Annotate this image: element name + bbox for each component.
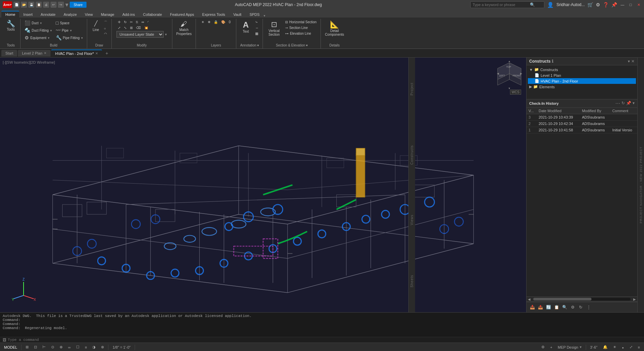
duct-button[interactable]: ⬛ Duct ▾ bbox=[23, 20, 53, 26]
tab-view[interactable]: View bbox=[81, 11, 97, 18]
checkin-btn5[interactable]: 🔍 bbox=[561, 304, 568, 311]
clean-screen[interactable]: ⤢ bbox=[628, 344, 634, 350]
duct-fitting-button[interactable]: 🔩 Duct Fitting ▾ bbox=[23, 27, 53, 34]
arc-button[interactable]: ◠ bbox=[103, 31, 109, 36]
command-input[interactable] bbox=[8, 338, 641, 342]
lineweight-toggle[interactable]: ≡ bbox=[83, 345, 88, 350]
ducs-toggle[interactable]: ☐ bbox=[75, 344, 81, 350]
hatch-btn[interactable]: ▦ bbox=[254, 31, 260, 36]
dimension-btn[interactable]: ↔ bbox=[254, 25, 260, 30]
vertical-section-button[interactable]: ⊡ VerticalSection bbox=[266, 20, 282, 37]
checkin-btn7[interactable]: ↻ bbox=[577, 304, 584, 311]
checkin-btn8[interactable]: ⋮ bbox=[585, 304, 592, 311]
tab-featured[interactable]: Featured Apps bbox=[166, 11, 198, 18]
store-icon[interactable]: 🛒 bbox=[587, 2, 593, 7]
gear-settings[interactable]: ⚙ bbox=[540, 344, 546, 350]
tab-manage[interactable]: Manage bbox=[97, 11, 118, 18]
tab-level2plan-close[interactable]: ✕ bbox=[44, 51, 46, 55]
erase-button[interactable]: ⌫ bbox=[135, 25, 142, 30]
scroll-right-arrow[interactable]: ▶ bbox=[632, 297, 637, 301]
maximize-button[interactable]: □ bbox=[628, 2, 633, 7]
tab-spds[interactable]: SPDS bbox=[245, 11, 264, 18]
checkin-btn3[interactable]: 🔄 bbox=[545, 304, 552, 311]
panel-collapse-btn[interactable]: ▾ bbox=[628, 59, 630, 64]
fillet-button[interactable]: ◜ bbox=[146, 20, 150, 25]
sheets-tab-strip[interactable]: Sheets bbox=[410, 275, 414, 287]
tree-item-elements[interactable]: ▶ 📁 Elements bbox=[528, 84, 636, 90]
tab-home[interactable]: Home bbox=[1, 11, 19, 18]
saveas-icon[interactable]: 📋 bbox=[36, 2, 42, 8]
tab-collaborate[interactable]: Collaborate bbox=[139, 11, 166, 18]
copy-button[interactable]: ⎘ bbox=[135, 20, 139, 25]
pipe-button[interactable]: 〰 Pipe ▾ bbox=[55, 27, 84, 34]
graphics-perf[interactable]: ⬥ bbox=[620, 345, 625, 350]
circle-button[interactable]: ○ bbox=[103, 26, 109, 31]
coordinate-display[interactable]: 3'-6" bbox=[589, 345, 599, 350]
customize-button[interactable]: ≡ bbox=[637, 345, 641, 350]
tree-item-constructs-folder[interactable]: ▼ 📁 Constructs bbox=[528, 67, 636, 72]
tab-hvacplan[interactable]: HVAC Plan - 2nd Floor* ✕ bbox=[51, 50, 102, 57]
scroll-track[interactable] bbox=[533, 298, 631, 300]
scroll-thumb[interactable] bbox=[533, 298, 591, 300]
selection-toggle[interactable]: ⊗ bbox=[100, 344, 105, 350]
mep-design-label[interactable]: MEP Design ▾ bbox=[556, 344, 583, 350]
scale-selector[interactable]: 1/8" = 1'-0" bbox=[111, 345, 132, 350]
minimize-button[interactable]: — bbox=[620, 2, 625, 7]
match-properties-button[interactable]: 🖌 MatchProperties bbox=[175, 20, 193, 37]
checkin-more-icon[interactable]: ⋯ bbox=[615, 101, 620, 106]
space-button[interactable]: □ Space bbox=[55, 20, 84, 26]
transparency-toggle[interactable]: ◑ bbox=[91, 344, 97, 350]
polar-toggle[interactable]: ⊙ bbox=[50, 344, 56, 350]
viewcube[interactable]: TOP FRONT LEFT ▲ ▼ ◀ ▶ bbox=[496, 61, 523, 88]
text-button[interactable]: A Text bbox=[239, 20, 252, 34]
help-icon[interactable]: ❓ bbox=[603, 2, 609, 7]
tab-hvacplan-close[interactable]: ✕ bbox=[95, 52, 98, 55]
scroll-left-arrow[interactable]: ◀ bbox=[527, 297, 532, 301]
elevation-line-button[interactable]: ⊶ Elevation Line bbox=[284, 31, 318, 36]
table-row[interactable]: 3 2021-10-29 10:43:39 ADS\subrams bbox=[527, 114, 637, 121]
checkin-close-btn[interactable]: ▾ bbox=[633, 101, 635, 106]
osnap-toggle[interactable]: ⊕ bbox=[58, 344, 64, 350]
grid-toggle[interactable]: ⊞ bbox=[24, 344, 30, 350]
duct-dropdown[interactable]: ▾ bbox=[40, 21, 42, 25]
close-button[interactable]: ✕ bbox=[636, 2, 641, 7]
array-button[interactable]: ⊞ bbox=[129, 25, 134, 30]
explode-button[interactable]: 💥 bbox=[143, 25, 149, 30]
ribbon-overflow[interactable]: ▾ bbox=[264, 14, 269, 18]
line-button[interactable]: ╱ Line bbox=[90, 20, 102, 36]
layer-dropdown[interactable]: Unsaved Layer State bbox=[116, 31, 164, 38]
search-icon[interactable]: 🔍 bbox=[530, 2, 535, 7]
ortho-toggle[interactable]: ⊢ bbox=[41, 344, 47, 350]
polyline-button[interactable]: ⌒ bbox=[103, 20, 109, 26]
multileader-btn[interactable]: ⤷ bbox=[254, 20, 260, 25]
trim-button[interactable]: ✂ bbox=[129, 20, 134, 25]
detail-components-button[interactable]: 📐 DetailComponents bbox=[324, 20, 345, 37]
pin-icon[interactable]: 📌 bbox=[611, 2, 617, 7]
checkin-btn2[interactable]: 📤 bbox=[537, 304, 544, 311]
layer-on-btn[interactable]: ☀ bbox=[200, 20, 206, 25]
layer-freeze-btn[interactable]: ❄ bbox=[206, 20, 212, 25]
annotation-monitor[interactable]: 🔔 bbox=[602, 344, 609, 350]
panel-close-btn[interactable]: ✕ bbox=[631, 59, 635, 64]
share-button[interactable]: Share bbox=[70, 2, 87, 8]
tab-addins[interactable]: Add-ins bbox=[118, 11, 139, 18]
tab-analyze[interactable]: Analyze bbox=[60, 11, 81, 18]
open-icon[interactable]: 📂 bbox=[21, 2, 27, 8]
checkin-btn1[interactable]: 📥 bbox=[529, 304, 536, 311]
pipe-fitting-button[interactable]: 🔧 Pipe Fitting ▾ bbox=[55, 34, 84, 41]
tab-level2plan[interactable]: Level 2 Plan ✕ bbox=[18, 50, 50, 57]
tree-item-level1plan[interactable]: 📄 Level 1 Plan bbox=[528, 72, 636, 78]
search-input[interactable] bbox=[473, 3, 530, 7]
add-tab-button[interactable]: + bbox=[103, 49, 111, 57]
redo-icon[interactable]: ↪ bbox=[58, 2, 64, 8]
layer-color-btn[interactable]: 🎨 bbox=[220, 20, 227, 25]
constructs-tab-strip[interactable]: Constructs bbox=[410, 145, 414, 165]
snap-toggle[interactable]: ⊡ bbox=[33, 344, 38, 350]
rotate-button[interactable]: ↻ bbox=[123, 20, 128, 25]
save-icon[interactable]: 💾 bbox=[28, 2, 34, 8]
scale-button[interactable]: ⤡ bbox=[123, 25, 128, 30]
plot-icon[interactable]: 🖨 bbox=[43, 2, 49, 8]
settings-icon[interactable]: ⚙ bbox=[596, 2, 600, 7]
horizontal-section-button[interactable]: ⊟ Horizontal Section bbox=[284, 20, 318, 25]
panel-info-icon[interactable]: ℹ bbox=[552, 59, 553, 64]
